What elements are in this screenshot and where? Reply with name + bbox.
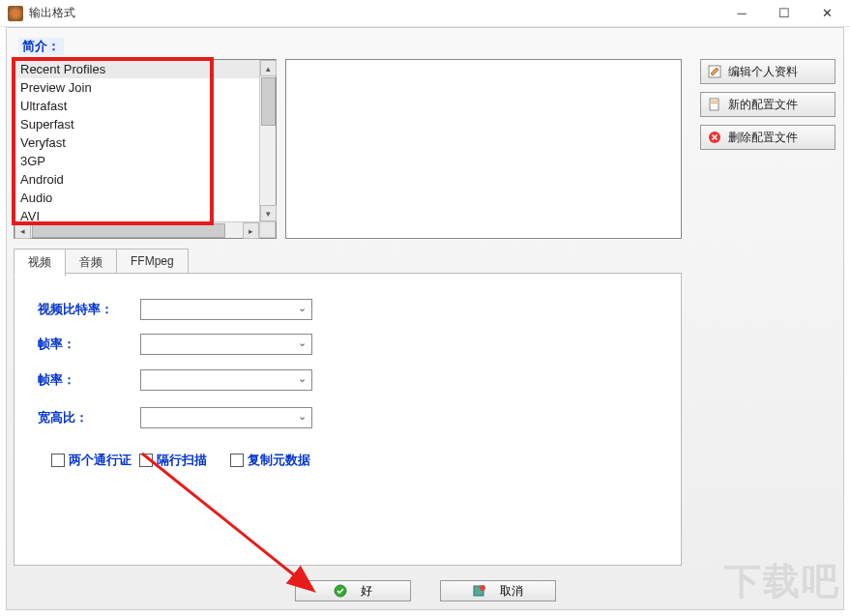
tab-content-video: 视频比特率： 帧率： 帧率： 宽高比： 两个通行证 隔行扫描 — [14, 273, 682, 566]
preview-pane — [285, 59, 682, 239]
check-icon — [334, 584, 347, 598]
svg-rect-3 — [711, 103, 718, 103]
scroll-right-button[interactable]: ▸ — [243, 222, 259, 239]
form-row-bitrate: 视频比特率： — [38, 299, 312, 320]
title-bar: 输出格式 ─ ☐ ✕ — [0, 0, 850, 27]
scroll-left-button[interactable]: ◂ — [15, 222, 31, 239]
button-label: 删除配置文件 — [728, 130, 798, 146]
checkbox-icon — [139, 454, 153, 467]
aspect-ratio-combo[interactable] — [140, 407, 312, 428]
profile-list[interactable]: Recent Profiles Preview Join Ultrafast S… — [15, 60, 259, 221]
list-item[interactable]: Veryfast — [15, 133, 259, 152]
checkbox-label: 复制元数据 — [248, 452, 310, 469]
content-panel: 简介： Recent Profiles Preview Join Ultrafa… — [6, 27, 844, 610]
svg-point-7 — [480, 585, 485, 591]
button-label: 编辑个人资料 — [728, 64, 798, 80]
cancel-icon — [473, 584, 486, 598]
aspect-ratio-label: 宽高比： — [38, 409, 140, 426]
maximize-button[interactable]: ☐ — [763, 1, 806, 26]
copy-metadata-checkbox[interactable]: 复制元数据 — [230, 452, 310, 469]
close-button[interactable]: ✕ — [806, 1, 848, 26]
list-item[interactable]: Android — [15, 170, 259, 189]
horizontal-scrollbar[interactable]: ◂ ▸ — [15, 221, 259, 238]
pencil-icon — [707, 64, 722, 79]
svg-rect-2 — [711, 101, 718, 102]
new-profile-button[interactable]: 新的配置文件 — [700, 92, 835, 117]
checkbox-label: 隔行扫描 — [157, 452, 207, 469]
interlaced-checkbox[interactable]: 隔行扫描 — [139, 452, 207, 469]
profile-list-container: Recent Profiles Preview Join Ultrafast S… — [14, 59, 277, 239]
vertical-scrollbar[interactable]: ▴ ▾ — [259, 60, 276, 221]
form-row-framerate1: 帧率： — [38, 334, 312, 355]
checkbox-row: 两个通行证 隔行扫描 复制元数据 — [51, 452, 310, 469]
video-bitrate-combo[interactable] — [140, 299, 312, 320]
scroll-corner — [259, 221, 276, 238]
list-item[interactable]: 3GP — [15, 152, 259, 170]
framerate-combo[interactable] — [140, 334, 312, 355]
framerate2-label: 帧率： — [38, 371, 140, 389]
video-bitrate-label: 视频比特率： — [38, 301, 140, 318]
delete-profile-button[interactable]: 删除配置文件 — [700, 125, 835, 150]
side-buttons: 编辑个人资料 新的配置文件 删除配置文件 — [700, 59, 835, 158]
button-label: 好 — [361, 583, 372, 600]
checkbox-icon — [51, 454, 65, 467]
button-label: 新的配置文件 — [728, 97, 798, 113]
framerate2-combo[interactable] — [140, 369, 312, 391]
edit-profile-button[interactable]: 编辑个人资料 — [700, 59, 835, 84]
list-item[interactable]: Preview Join — [15, 78, 259, 97]
tab-video[interactable]: 视频 — [14, 249, 66, 277]
window-title: 输出格式 — [29, 5, 75, 21]
list-item[interactable]: Audio — [15, 189, 259, 207]
scroll-up-button[interactable]: ▴ — [260, 60, 277, 76]
form-row-framerate2: 帧率： — [38, 369, 312, 391]
minimize-button[interactable]: ─ — [720, 1, 763, 26]
ok-button[interactable]: 好 — [295, 580, 411, 601]
list-item[interactable]: Recent Profiles — [15, 60, 259, 78]
svg-rect-1 — [710, 99, 718, 110]
framerate-label: 帧率： — [38, 336, 140, 353]
delete-icon — [707, 130, 722, 145]
intro-label: 简介： — [18, 38, 64, 55]
scroll-thumb[interactable] — [261, 77, 276, 126]
list-item[interactable]: Superfast — [15, 115, 259, 133]
button-label: 取消 — [500, 583, 523, 600]
list-item[interactable]: Ultrafast — [15, 97, 259, 115]
checkbox-icon — [230, 454, 244, 467]
list-item[interactable]: AVI — [15, 207, 259, 221]
document-icon — [707, 97, 722, 112]
app-icon — [8, 6, 23, 21]
scroll-thumb[interactable] — [32, 223, 225, 238]
bottom-button-bar: 好 取消 — [7, 580, 843, 601]
scroll-down-button[interactable]: ▾ — [260, 205, 277, 221]
checkbox-label: 两个通行证 — [69, 452, 132, 469]
form-row-aspect: 宽高比： — [38, 407, 312, 428]
cancel-button[interactable]: 取消 — [440, 580, 556, 601]
two-pass-checkbox[interactable]: 两个通行证 — [51, 452, 132, 469]
